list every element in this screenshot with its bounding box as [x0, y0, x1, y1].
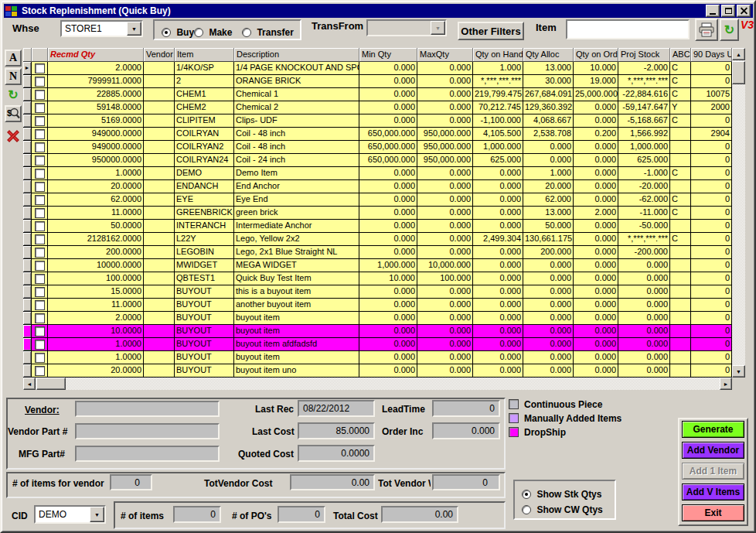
grid-cell-proj[interactable]: -59,147.647 — [618, 101, 670, 114]
grid-header-cell[interactable]: MaxQty — [417, 48, 473, 62]
row-checkbox[interactable] — [35, 77, 45, 87]
grid-cell-abc[interactable] — [670, 351, 691, 364]
grid-cell-recmd[interactable]: 200.0000 — [48, 246, 144, 259]
grid-cell-abc[interactable] — [670, 325, 691, 338]
grid-cell-onord[interactable]: 25,000.000 — [574, 88, 618, 101]
grid-row[interactable]: 11.0000GREENBRICKgreen brick0.0000.0000.… — [23, 207, 745, 220]
horizontal-scroll-thumb[interactable] — [36, 378, 66, 390]
grid-cell-days90[interactable]: 2000 — [691, 101, 732, 114]
grid-cell-item[interactable]: BUYOUT — [175, 325, 234, 338]
grid-cell-abc[interactable] — [670, 128, 691, 141]
grid-cell-min[interactable]: 0.000 — [359, 299, 417, 312]
grid-row[interactable]: 5169.0000CLIPITEMClips- UDF0.0000.000-1,… — [23, 114, 745, 128]
grid-cell-vendor[interactable] — [144, 75, 175, 88]
grid-row[interactable]: 22885.0000CHEM1Chemical 10.0000.000219,7… — [23, 88, 745, 101]
grid-cell-days90[interactable]: 0 — [691, 364, 732, 378]
grid-cell-recmd[interactable]: 50.0000 — [48, 220, 144, 233]
grid-cell-recmd[interactable]: 950000.0000 — [48, 154, 144, 167]
grid-cell-max[interactable]: 0.000 — [417, 246, 473, 259]
row-selector[interactable] — [23, 312, 32, 325]
grid-cell-desc[interactable]: buyout item afdfadsfd — [234, 338, 359, 351]
grid-cell-item[interactable]: LEGOBIN — [175, 246, 234, 259]
row-selector[interactable] — [23, 180, 32, 193]
grid-cell-item[interactable]: CHEM2 — [175, 101, 234, 114]
grid-header-cell[interactable] — [32, 48, 48, 62]
grid-cell-alloc[interactable]: 0.000 — [523, 285, 574, 299]
grid-cell-item[interactable]: MWIDGET — [175, 259, 234, 272]
grid-cell-days90[interactable]: 0 — [691, 259, 732, 272]
grid-cell-item[interactable]: BUYOUT — [175, 285, 234, 299]
grid-cell-max[interactable]: 950,000.000 — [417, 154, 473, 167]
grid-cell-max[interactable]: 0.000 — [417, 62, 473, 75]
row-selector[interactable] — [23, 299, 32, 312]
grid-cell-abc[interactable]: C — [670, 88, 691, 101]
grid-cell-min[interactable]: 0.000 — [359, 207, 417, 220]
grid-cell-max[interactable]: 0.000 — [417, 167, 473, 180]
grid-cell-onord[interactable]: 0.000 — [574, 325, 618, 338]
grid-cell-qoh[interactable]: 625.000 — [473, 154, 523, 167]
grid-cell-proj[interactable]: -1.000 — [618, 167, 670, 180]
print-button[interactable] — [695, 19, 718, 41]
row-checkbox[interactable] — [35, 155, 45, 166]
cid-dropdown[interactable]: DEMO ▼ — [34, 505, 106, 524]
grid-cell-days90[interactable]: 0 — [691, 141, 732, 154]
refresh-button[interactable]: ↻ — [720, 19, 739, 41]
grid-cell-min[interactable]: 0.000 — [359, 338, 417, 351]
grid-cell-min[interactable]: 0.000 — [359, 193, 417, 207]
grid-cell-desc[interactable]: buyout item — [234, 351, 359, 364]
row-checkbox[interactable] — [35, 208, 45, 218]
grid-cell-days90[interactable]: 0 — [691, 154, 732, 167]
grid-cell-recmd[interactable]: 100.0000 — [48, 272, 144, 285]
grid-row[interactable]: 50.0000INTERANCHIntermediate Anchor0.000… — [23, 220, 745, 233]
grid-cell-item[interactable]: DEMO — [175, 167, 234, 180]
grid-cell-abc[interactable] — [670, 246, 691, 259]
grid-cell-desc[interactable]: End Anchor — [234, 180, 359, 193]
scroll-down-button[interactable]: ▼ — [732, 365, 745, 378]
grid-cell-proj[interactable]: -5,168.667 — [618, 114, 670, 128]
grid-cell-desc[interactable]: Chemical 1 — [234, 88, 359, 101]
grid-cell-onord[interactable]: 0.000 — [574, 285, 618, 299]
grid-cell-max[interactable]: 950,000.000 — [417, 141, 473, 154]
grid-cell-desc[interactable]: ORANGE BRICK — [234, 75, 359, 88]
row-selector[interactable] — [23, 75, 32, 88]
grid-cell-days90[interactable]: 0 — [691, 167, 732, 180]
grid-cell-max[interactable]: 950,000.000 — [417, 128, 473, 141]
grid-cell-onord[interactable]: 0.000 — [574, 220, 618, 233]
grid-cell-min[interactable]: 0.000 — [359, 88, 417, 101]
grid-cell-abc[interactable] — [670, 259, 691, 272]
row-selector[interactable] — [23, 364, 32, 378]
grid-cell-alloc[interactable]: 0.000 — [523, 351, 574, 364]
grid-cell-item[interactable]: COILRYAN2 — [175, 141, 234, 154]
grid-cell-qoh[interactable]: 0.000 — [473, 220, 523, 233]
radio-icon[interactable] — [162, 28, 171, 37]
grid-cell-abc[interactable] — [670, 364, 691, 378]
row-selector[interactable] — [23, 338, 32, 351]
grid-cell-abc[interactable]: C — [670, 207, 691, 220]
grid-cell-proj[interactable]: -62.000 — [618, 193, 670, 207]
grid-cell-abc[interactable] — [670, 272, 691, 285]
delete-button[interactable] — [5, 128, 22, 145]
grid-cell-item[interactable]: 2 — [175, 75, 234, 88]
grid-cell-vendor[interactable] — [144, 233, 175, 246]
grid-row[interactable]: 949000.0000COILRYAN2Coil - 48 inch650,00… — [23, 141, 745, 154]
grid-cell-max[interactable]: 0.000 — [417, 193, 473, 207]
grid-row[interactable]: 2128162.0000L22YLego, Yellow 2x20.0000.0… — [23, 233, 745, 246]
grid-cell-days90[interactable]: 0 — [691, 207, 732, 220]
row-selector[interactable] — [23, 207, 32, 220]
row-checkbox[interactable] — [35, 340, 45, 350]
grid-cell-alloc[interactable]: 30.000 — [523, 75, 574, 88]
grid-cell-alloc[interactable]: 13.000 — [523, 207, 574, 220]
row-selector[interactable] — [23, 325, 32, 338]
grid-cell-alloc[interactable]: 0.000 — [523, 312, 574, 325]
row-selector[interactable] — [23, 114, 32, 128]
row-selector[interactable] — [23, 233, 32, 246]
grid-row[interactable]: ►2.00001/4KO/SP1/4 PAGE KNOCKOUT AND SPO… — [23, 62, 745, 75]
row-selector[interactable] — [23, 220, 32, 233]
grid-cell-alloc[interactable]: 267,684.091 — [523, 88, 574, 101]
radio-icon[interactable] — [522, 505, 531, 514]
add-1-item-button[interactable]: Add 1 Item — [682, 463, 744, 480]
grid-row[interactable]: 62.0000EYEEye End0.0000.0000.00062.0000.… — [23, 193, 745, 207]
item-input[interactable] — [566, 19, 690, 39]
row-checkbox[interactable] — [35, 261, 45, 271]
grid-cell-recmd[interactable]: 1.0000 — [48, 338, 144, 351]
